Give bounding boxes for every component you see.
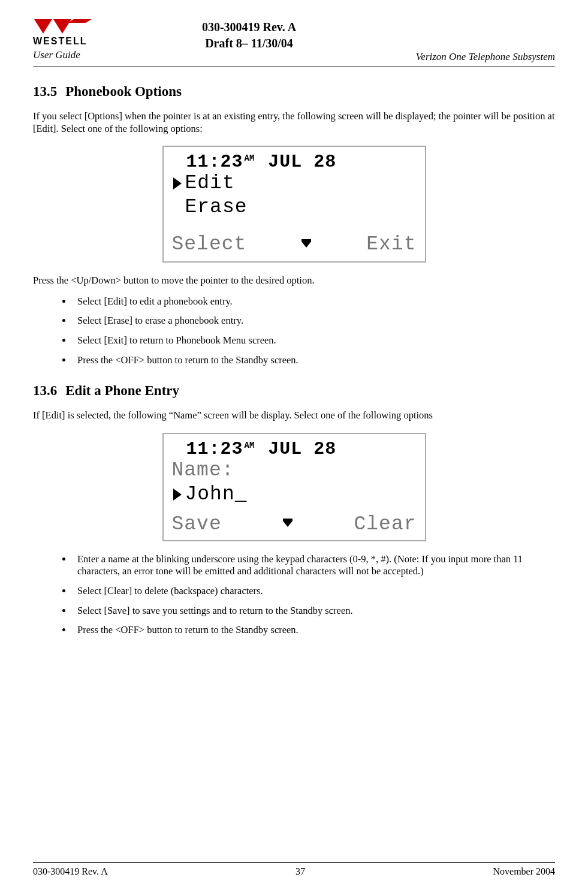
lcd-time: 11:23 <box>186 152 243 172</box>
lcd-softkey-left: Select <box>172 233 247 255</box>
list-item: Select [Clear] to delete (backspace) cha… <box>73 585 555 598</box>
brand-logo: WESTELL User Guide <box>33 18 105 60</box>
lcd-time: 11:23 <box>186 439 243 459</box>
section-number: 13.6 <box>33 383 57 398</box>
list-item: Select [Erase] to erase a phonebook entr… <box>73 315 555 327</box>
down-arrow-icon <box>301 242 311 248</box>
list-item: Press the <OFF> button to return to the … <box>73 624 555 637</box>
footer-left: 030-300419 Rev. A <box>33 866 108 877</box>
section-number: 13.5 <box>33 84 57 99</box>
header-rule <box>33 67 555 67</box>
list-item: Enter a name at the blinking underscore … <box>73 553 555 578</box>
section-heading-13-5: 13.5Phonebook Options <box>33 84 555 100</box>
lcd-softkey-right: Clear <box>354 513 416 535</box>
lcd-option-erase: Erase <box>185 196 248 219</box>
pointer-icon <box>173 177 182 189</box>
draft-line: Draft 8– 11/30/04 <box>105 35 393 52</box>
footer-page-number: 37 <box>108 866 493 877</box>
lcd-screenshot-1: 11:23AM JUL 28 Edit Erase Select Exit <box>162 146 426 263</box>
page-header: WESTELL User Guide 030-300419 Rev. A Dra… <box>33 18 555 63</box>
list-item: Select [Exit] to return to Phonebook Men… <box>73 335 555 347</box>
logo-text: WESTELL <box>33 36 87 46</box>
header-center: 030-300419 Rev. A Draft 8– 11/30/04 <box>105 18 393 52</box>
section-heading-13-6: 13.6Edit a Phone Entry <box>33 383 555 399</box>
lcd-softkey-right: Exit <box>366 233 416 255</box>
lcd-clock-row: 11:23AM JUL 28 <box>172 439 417 459</box>
lcd-clock-row: 11:23AM JUL 28 <box>172 152 417 172</box>
down-arrow-icon <box>283 521 293 527</box>
doc-number: 030-300419 Rev. A <box>105 19 393 35</box>
paragraph: If you select [Options] when the pointer… <box>33 110 555 135</box>
list-item: Select [Save] to save you settings and t… <box>73 605 555 617</box>
paragraph: If [Edit] is selected, the following “Na… <box>33 409 555 422</box>
list-item: Press the <OFF> button to return to the … <box>73 354 555 367</box>
lcd-softkey-row: Save Clear <box>172 513 417 535</box>
lcd-row-name-label: Name: <box>172 459 417 482</box>
footer-right: November 2004 <box>493 866 555 877</box>
lcd-row-name-value: John_ <box>172 483 417 506</box>
lcd-name-label: Name: <box>172 459 234 482</box>
lcd-name-value: John_ <box>185 483 248 506</box>
lcd-date: JUL 28 <box>268 152 336 172</box>
page-footer: 030-300419 Rev. A 37 November 2004 <box>33 862 555 877</box>
paragraph: Press the <Up/Down> button to move the p… <box>33 275 555 287</box>
header-right-sub: Verizon One Telephone Subsystem <box>393 18 555 63</box>
svg-marker-2 <box>68 19 92 23</box>
westell-logo-icon: WESTELL <box>33 18 93 47</box>
section-title: Phonebook Options <box>65 84 182 99</box>
lcd-ampm: AM <box>245 153 255 163</box>
footer-rule <box>33 862 555 863</box>
lcd-ampm: AM <box>245 441 255 450</box>
bullet-list-1: Select [Edit] to edit a phonebook entry.… <box>33 296 555 367</box>
lcd-softkey-left: Save <box>172 513 222 535</box>
lcd-row-erase: Erase <box>172 196 417 219</box>
lcd-date: JUL 28 <box>268 439 336 459</box>
header-left-sub: User Guide <box>33 50 105 59</box>
lcd-softkey-row: Select Exit <box>172 233 417 255</box>
list-item: Select [Edit] to edit a phonebook entry. <box>73 296 555 308</box>
svg-marker-1 <box>53 19 71 34</box>
lcd-option-edit: Edit <box>185 172 235 195</box>
svg-marker-0 <box>34 19 52 34</box>
pointer-icon <box>173 489 182 501</box>
bullet-list-2: Enter a name at the blinking underscore … <box>33 553 555 637</box>
lcd-screenshot-2: 11:23AM JUL 28 Name: John_ Save Clear <box>162 433 426 541</box>
lcd-row-edit: Edit <box>172 172 417 195</box>
section-title: Edit a Phone Entry <box>65 383 179 398</box>
